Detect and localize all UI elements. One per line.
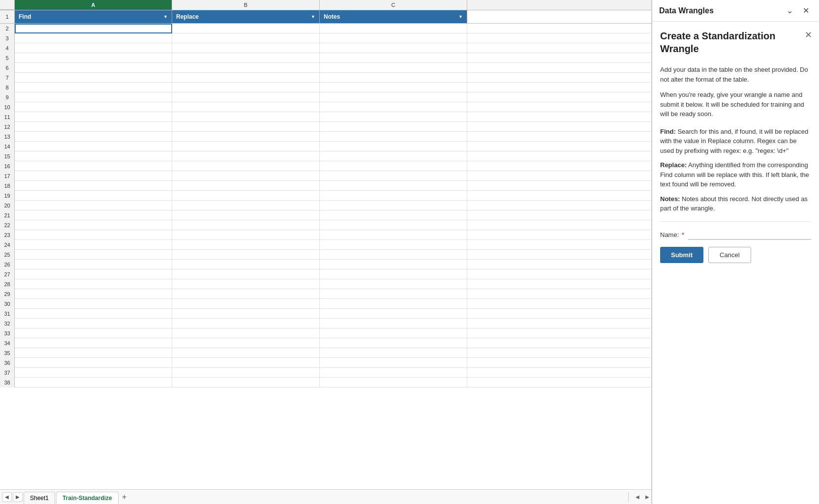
grid-cell[interactable] — [320, 151, 467, 161]
grid-cell[interactable] — [15, 210, 172, 220]
grid-cell[interactable] — [15, 358, 172, 368]
grid-cell[interactable] — [15, 240, 172, 250]
grid-cell[interactable] — [172, 112, 320, 122]
grid-cell[interactable] — [172, 53, 320, 63]
find-dropdown-arrow[interactable]: ▼ — [163, 14, 168, 19]
grid-cell[interactable] — [320, 142, 467, 151]
grid-cell[interactable] — [15, 112, 172, 122]
grid-cell[interactable] — [15, 151, 172, 161]
grid-cell[interactable] — [320, 171, 467, 181]
dialog-close-button[interactable]: ✕ — [805, 30, 812, 40]
grid-cell[interactable] — [320, 378, 467, 387]
grid-cell[interactable] — [320, 289, 467, 299]
grid-cell[interactable] — [172, 289, 320, 299]
grid-cell[interactable] — [172, 33, 320, 43]
grid-cell[interactable] — [15, 122, 172, 132]
scroll-right-arrow[interactable]: ▶ — [645, 494, 649, 500]
grid-cell[interactable] — [172, 92, 320, 102]
grid-cell[interactable] — [15, 250, 172, 260]
grid-cell[interactable] — [172, 151, 320, 161]
grid-cell[interactable] — [15, 161, 172, 171]
grid-cell[interactable] — [172, 260, 320, 269]
grid-cell[interactable] — [15, 171, 172, 181]
grid-cell[interactable] — [172, 328, 320, 338]
grid-cell[interactable] — [320, 348, 467, 358]
grid-cell[interactable] — [320, 53, 467, 63]
grid-cell[interactable] — [15, 378, 172, 387]
grid-cell[interactable] — [15, 201, 172, 210]
grid-cell[interactable] — [172, 83, 320, 92]
grid-cell[interactable] — [15, 43, 172, 53]
grid-cell[interactable] — [172, 269, 320, 279]
grid-cell[interactable] — [172, 338, 320, 348]
grid-cell[interactable] — [15, 299, 172, 309]
grid-cell[interactable] — [15, 289, 172, 299]
grid-cell[interactable] — [15, 279, 172, 289]
grid-cell[interactable] — [320, 328, 467, 338]
grid-cell[interactable] — [320, 319, 467, 328]
grid-cell[interactable] — [15, 269, 172, 279]
grid-cell[interactable] — [15, 328, 172, 338]
grid-cell[interactable] — [320, 240, 467, 250]
grid-cell[interactable] — [320, 230, 467, 240]
grid-cell[interactable] — [172, 122, 320, 132]
grid-cell[interactable] — [172, 250, 320, 260]
replace-dropdown-arrow[interactable]: ▼ — [311, 14, 315, 19]
grid-cell[interactable] — [172, 368, 320, 378]
tab-sheet1[interactable]: Sheet1 — [24, 492, 55, 504]
grid-cell[interactable] — [15, 92, 172, 102]
grid-cell[interactable] — [320, 122, 467, 132]
grid-cell[interactable] — [320, 112, 467, 122]
grid-cell[interactable] — [172, 73, 320, 83]
grid-cell[interactable] — [172, 319, 320, 328]
grid-cell[interactable] — [15, 319, 172, 328]
grid-cell[interactable] — [320, 250, 467, 260]
grid-cell[interactable] — [172, 378, 320, 387]
grid-cell[interactable] — [320, 24, 467, 33]
grid-cell[interactable] — [15, 230, 172, 240]
submit-button[interactable]: Submit — [660, 247, 703, 263]
grid-cell[interactable] — [15, 63, 172, 73]
grid-cell[interactable] — [172, 102, 320, 112]
grid-cell[interactable] — [15, 260, 172, 269]
cancel-button[interactable]: Cancel — [708, 247, 751, 263]
tab-train-standardize[interactable]: Train-Standardize — [56, 492, 119, 504]
grid-cell[interactable] — [320, 73, 467, 83]
grid-cell[interactable] — [172, 220, 320, 230]
grid-cell[interactable] — [320, 161, 467, 171]
grid-cell[interactable] — [172, 358, 320, 368]
grid-cell[interactable] — [320, 368, 467, 378]
grid-cell[interactable] — [320, 299, 467, 309]
name-input[interactable] — [688, 230, 811, 240]
grid-cell[interactable] — [172, 63, 320, 73]
grid-cell[interactable] — [15, 142, 172, 151]
grid-cell[interactable] — [172, 161, 320, 171]
grid-cell[interactable] — [15, 102, 172, 112]
grid-cell[interactable] — [15, 348, 172, 358]
grid-cell[interactable] — [320, 63, 467, 73]
panel-minimize-button[interactable]: ⌄ — [784, 5, 796, 16]
grid-cell[interactable] — [320, 33, 467, 43]
grid-cell[interactable] — [320, 132, 467, 142]
grid-cell[interactable] — [172, 210, 320, 220]
grid-cell[interactable] — [172, 279, 320, 289]
grid-cell[interactable] — [172, 309, 320, 319]
grid-cell[interactable] — [15, 181, 172, 191]
grid-cell[interactable] — [320, 210, 467, 220]
sheet-nav-right[interactable]: ▶ — [13, 492, 23, 502]
grid-cell[interactable] — [320, 83, 467, 92]
grid-cell[interactable] — [172, 132, 320, 142]
grid-cell[interactable] — [172, 43, 320, 53]
grid-cell[interactable] — [15, 24, 172, 33]
grid-cell[interactable] — [15, 220, 172, 230]
grid-cell[interactable] — [320, 43, 467, 53]
grid-cell[interactable] — [15, 33, 172, 43]
grid-cell[interactable] — [320, 358, 467, 368]
grid-cell[interactable] — [320, 181, 467, 191]
grid-cell[interactable] — [320, 260, 467, 269]
grid-cell[interactable] — [172, 201, 320, 210]
grid-cell[interactable] — [15, 309, 172, 319]
sheet-nav-left[interactable]: ◀ — [2, 492, 12, 502]
grid-cell[interactable] — [15, 132, 172, 142]
grid-cell[interactable] — [320, 220, 467, 230]
